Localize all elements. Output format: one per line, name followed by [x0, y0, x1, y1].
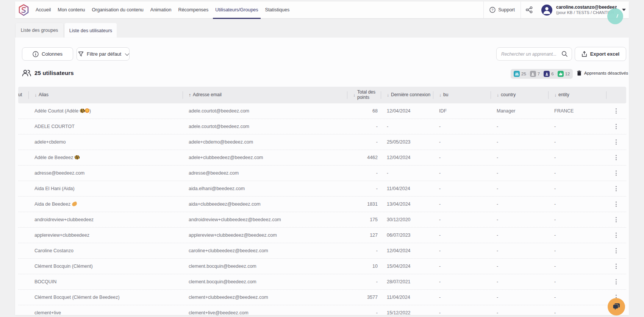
row-menu-button[interactable] [614, 184, 618, 193]
cursor-highlight-overlay [607, 8, 623, 24]
column-header-bu[interactable]: ↓bu [433, 87, 491, 103]
badge-active-users: 25 [512, 71, 528, 77]
cell-alias: adresse@beedeez.com [28, 170, 183, 176]
column-label: Alias [39, 92, 48, 98]
cell-email: clement.bocquin@beedeez.com [183, 279, 347, 284]
table-row[interactable]: Adèle Courtot (Adèle )adele.courtot@beed… [18, 103, 626, 119]
cell-alias: Clément Bocquin (Clément) [28, 264, 183, 269]
column-header-Alias[interactable]: ↓Alias [28, 87, 183, 103]
support-label: Support [498, 7, 515, 12]
cell-bu: - [433, 217, 491, 222]
tab-liste-des-utilisateurs[interactable]: Liste des utilisateurs [65, 23, 117, 38]
cell-entity: - [548, 139, 606, 145]
table-row[interactable]: Aida El Hani (Aida)aida.elhani@beedeez.c… [18, 181, 626, 197]
nav-item-5[interactable]: Utilisateurs/Groupes [212, 2, 261, 18]
cell-entity: FRANCE [548, 108, 606, 114]
magnifier-icon[interactable] [561, 51, 568, 57]
export-excel-button[interactable]: Export excel [575, 47, 626, 61]
trash-icon [577, 70, 581, 76]
cell-bu: - [433, 295, 491, 300]
sort-desc-icon: ↓ [34, 92, 37, 98]
column-header-country[interactable]: ↓country [491, 87, 548, 103]
badge-count: 7 [538, 72, 540, 76]
cell-entity: - [548, 186, 606, 191]
row-menu-button[interactable] [614, 262, 618, 270]
table-row[interactable]: adresse@beedeez.comadresse@beedeez.com--… [18, 166, 626, 181]
cell-points: 3577 [347, 295, 381, 300]
row-menu-button[interactable] [614, 247, 618, 255]
row-menu-button[interactable] [614, 122, 618, 131]
column-header-actions [606, 87, 626, 103]
cell-bu: - [433, 124, 491, 129]
cell-alias: adele+cbdemo [28, 139, 183, 145]
user-badge-icon [544, 71, 550, 77]
cell-alias: applereview+clubbeedeez [28, 233, 183, 238]
table-row[interactable]: Clément Bocquin (Clément)clement.bocquin… [18, 259, 626, 274]
search-input[interactable] [501, 52, 561, 57]
row-menu-button[interactable] [614, 169, 618, 177]
sort-desc-icon: ↓ [353, 92, 355, 98]
cell-alias: Caroline Costanzo [28, 248, 183, 253]
sort-desc-icon: ↓ [439, 92, 441, 98]
cell-alias: ADELE COURTOT [28, 124, 183, 129]
columns-button[interactable]: Colonnes [22, 47, 73, 61]
row-menu-button[interactable] [614, 278, 618, 286]
row-menu-button[interactable] [614, 200, 618, 208]
table-row[interactable]: BOCQUINclement.bocquin@beedeez.com-28/07… [18, 274, 626, 290]
cell-points: 4462 [347, 155, 381, 160]
nav-item-3[interactable]: Animation [147, 2, 175, 18]
share-button[interactable] [521, 2, 538, 18]
table-row[interactable]: clement+liveclement+live@beedeez.com-15/… [18, 305, 626, 315]
svg-text:?: ? [492, 8, 494, 12]
nav-item-4[interactable]: Récompenses [175, 2, 212, 18]
tab-liste-des-groupes[interactable]: Liste des groupes [16, 23, 63, 37]
table-row[interactable]: ADELE COURTOTadele.courtot@beedeez.com--… [18, 119, 626, 134]
row-actions-cell [606, 184, 626, 193]
column-header-Total des points[interactable]: ↓Total des points [347, 87, 381, 103]
table-row[interactable]: Aida de Beedeez aida+clubbeedeez@beedeez… [18, 197, 626, 212]
cell-email: clement+clubbeedeez@beedeez.com [183, 295, 347, 300]
funnel-icon [78, 51, 84, 57]
support-button[interactable]: ? Support [484, 2, 521, 18]
table-row[interactable]: adele+cbdemoadele+cbdemo@beedeez.com-25/… [18, 134, 626, 150]
cell-bu: IDF [433, 108, 491, 114]
cell-bu: - [433, 139, 491, 145]
row-actions-cell [606, 153, 626, 162]
table-row[interactable]: Adèle de Beedeez adele+clubbeedeez@beede… [18, 150, 626, 166]
cell-country: - [491, 310, 548, 315]
cell-entity: - [548, 124, 606, 129]
thumb-up-badge-icon [558, 71, 564, 77]
user-email: caroline.costanzo@beedeez [556, 5, 617, 10]
cell-points: - [347, 170, 381, 176]
top-navbar: AccueilMon contenuOrganisation du conten… [15, 2, 629, 18]
table-row[interactable]: applereview+clubbeedeezapplereview+clubb… [18, 228, 626, 243]
filter-button[interactable]: Filtre par défaut [77, 47, 130, 61]
table-row[interactable]: androidreview+clubbeedeezandroidreview+c… [18, 212, 626, 228]
row-menu-button[interactable] [614, 138, 618, 146]
table-row[interactable]: Clément Bocquet (Clément de Beedeez)clem… [18, 290, 626, 305]
column-header-Statut[interactable]: Statut [18, 87, 28, 103]
row-actions-cell [606, 278, 626, 286]
chevron-down-icon [125, 51, 129, 55]
disabled-learners[interactable]: Apprenants désactivés [577, 70, 628, 76]
cell-points: - [347, 139, 381, 145]
cell-country: - [491, 264, 548, 269]
column-header-Adresse email[interactable]: ↑Adresse email [183, 87, 347, 103]
user-avatar-icon [541, 5, 552, 16]
nav-item-0[interactable]: Accueil [32, 2, 54, 18]
nav-item-2[interactable]: Organisation du contenu [89, 2, 147, 18]
nav-item-6[interactable]: Statistiques [262, 2, 293, 18]
cell-email: adele.courtot@beedeez.com [183, 124, 347, 129]
column-header-entity[interactable]: ↓entity [548, 87, 606, 103]
row-menu-button[interactable] [614, 231, 618, 239]
row-menu-button[interactable] [614, 107, 618, 115]
column-header-Dernière connexion[interactable]: ↓Dernière connexion [381, 87, 433, 103]
table-row[interactable]: Caroline Costanzocaroline+clubbeedeez@be… [18, 243, 626, 259]
chat-button[interactable] [608, 298, 625, 315]
row-menu-button[interactable] [614, 215, 618, 224]
nav-item-1[interactable]: Mon contenu [54, 2, 88, 18]
info-circle-icon [33, 51, 39, 57]
cell-last_connection: 12/04/2024 [381, 248, 433, 253]
column-label: Statut [18, 92, 22, 98]
row-menu-button[interactable] [614, 153, 618, 162]
